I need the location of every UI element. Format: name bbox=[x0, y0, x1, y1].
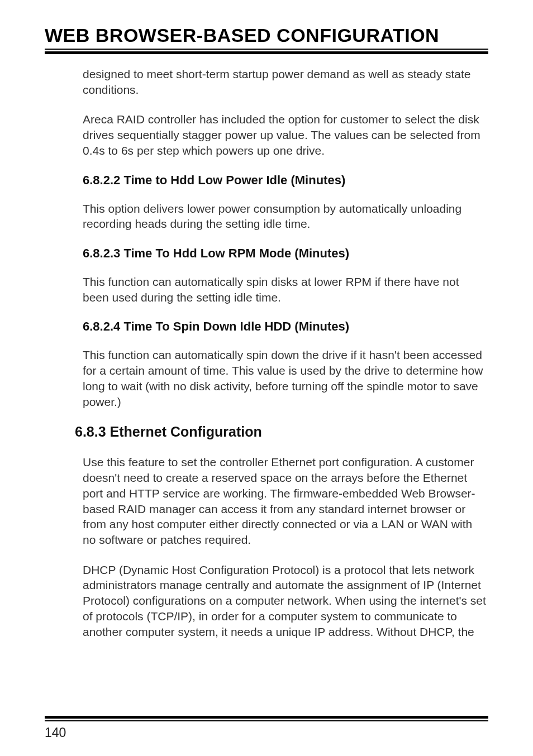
paragraph-spin-down: This function can automatically spin dow… bbox=[83, 347, 488, 409]
heading-6-8-2-3: 6.8.2.3 Time To Hdd Low RPM Mode (Minute… bbox=[83, 246, 488, 261]
paragraph-intro-continued: designed to meet short-term startup powe… bbox=[83, 66, 488, 97]
page-title: WEB BROWSER-BASED CONFIGURATION bbox=[45, 25, 488, 46]
header-rule bbox=[45, 49, 488, 54]
paragraph-areca-raid: Areca RAID controller has included the o… bbox=[83, 112, 488, 158]
heading-6-8-2-2: 6.8.2.2 Time to Hdd Low Power Idle (Minu… bbox=[83, 173, 488, 188]
footer-rule bbox=[45, 716, 488, 721]
paragraph-ethernet-intro: Use this feature to set the controller E… bbox=[83, 454, 488, 547]
heading-6-8-3: 6.8.3 Ethernet Configuration bbox=[75, 424, 488, 440]
paragraph-low-power-idle: This option delivers lower power consump… bbox=[83, 201, 488, 232]
paragraph-low-rpm: This function can automatically spin dis… bbox=[83, 274, 488, 305]
heading-6-8-2-4: 6.8.2.4 Time To Spin Down Idle HDD (Minu… bbox=[83, 319, 488, 334]
paragraph-dhcp: DHCP (Dynamic Host Configuration Protoco… bbox=[83, 562, 488, 640]
page-number: 140 bbox=[45, 725, 66, 740]
content-area: designed to meet short-term startup powe… bbox=[45, 66, 488, 639]
